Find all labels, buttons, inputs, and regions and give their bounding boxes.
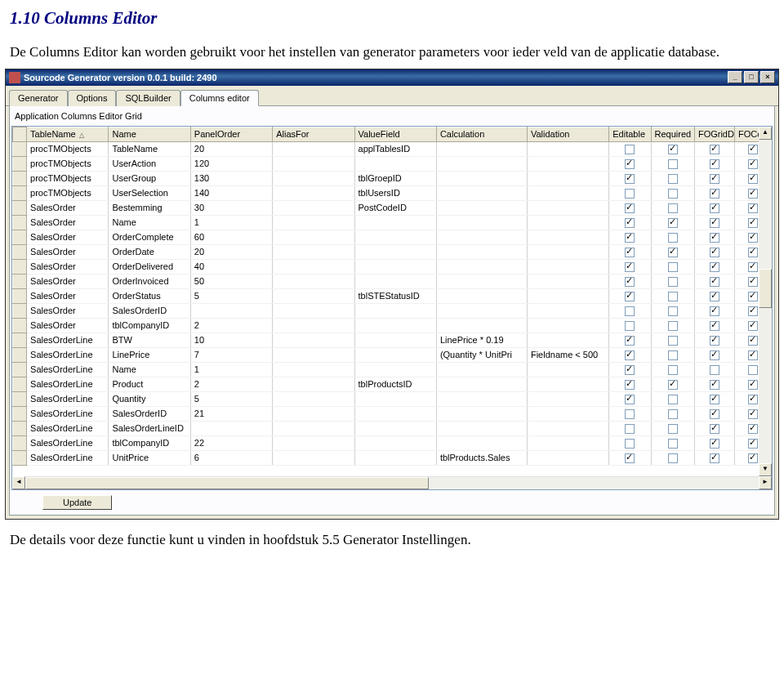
checkbox-required[interactable] bbox=[668, 424, 678, 434]
cell-editable[interactable] bbox=[609, 333, 651, 347]
table-row[interactable]: SalesOrderLineSalesOrderID21 bbox=[13, 406, 772, 421]
maximize-button[interactable]: □ bbox=[744, 71, 759, 83]
cell-required[interactable] bbox=[651, 318, 694, 333]
cell-name[interactable]: UserGroup bbox=[109, 171, 190, 185]
scroll-down-button[interactable]: ▼ bbox=[759, 463, 772, 476]
cell-fogrid[interactable] bbox=[694, 171, 734, 185]
column-header-panelorder[interactable]: PanelOrder bbox=[190, 127, 272, 141]
cell-table[interactable]: SalesOrderLine bbox=[27, 450, 109, 465]
cell-editable[interactable] bbox=[609, 347, 651, 362]
cell-name[interactable]: tblCompanyID bbox=[109, 318, 190, 333]
table-row[interactable]: SalesOrderLineLinePrice7(Quantity * Unit… bbox=[13, 347, 772, 362]
checkbox-foconta[interactable] bbox=[748, 145, 758, 154]
cell-valid[interactable] bbox=[527, 435, 608, 450]
cell-panel[interactable]: 60 bbox=[190, 230, 272, 244]
checkbox-foconta[interactable] bbox=[748, 218, 758, 228]
cell-panel[interactable]: 5 bbox=[190, 288, 272, 303]
row-indicator[interactable] bbox=[13, 318, 27, 333]
cell-editable[interactable] bbox=[609, 274, 651, 288]
cell-panel[interactable] bbox=[190, 303, 272, 318]
cell-table[interactable]: SalesOrderLine bbox=[27, 333, 109, 347]
cell-panel[interactable]: 7 bbox=[190, 347, 272, 362]
cell-table[interactable]: SalesOrderLine bbox=[27, 362, 109, 377]
checkbox-foconta[interactable] bbox=[748, 189, 758, 199]
checkbox-editable[interactable] bbox=[625, 453, 635, 463]
cell-fogrid[interactable] bbox=[694, 421, 734, 435]
checkbox-required[interactable] bbox=[668, 409, 678, 419]
cell-valuef[interactable] bbox=[354, 215, 436, 230]
cell-required[interactable] bbox=[651, 230, 694, 244]
checkbox-fogrid[interactable] bbox=[710, 321, 719, 331]
checkbox-editable[interactable] bbox=[625, 424, 635, 434]
cell-required[interactable] bbox=[651, 244, 694, 259]
column-header-editable[interactable]: Editable bbox=[609, 127, 651, 141]
cell-panel[interactable]: 50 bbox=[190, 274, 272, 288]
checkbox-foconta[interactable] bbox=[748, 262, 758, 272]
cell-panel[interactable]: 21 bbox=[190, 406, 272, 421]
cell-name[interactable]: UserAction bbox=[109, 156, 190, 171]
cell-panel[interactable]: 1 bbox=[190, 215, 272, 230]
checkbox-fogrid[interactable] bbox=[710, 336, 719, 346]
checkbox-fogrid[interactable] bbox=[710, 262, 719, 272]
cell-fogrid[interactable] bbox=[694, 347, 734, 362]
cell-required[interactable] bbox=[651, 215, 694, 230]
cell-valid[interactable] bbox=[527, 421, 608, 435]
checkbox-required[interactable] bbox=[668, 145, 678, 154]
table-row[interactable]: SalesOrderLineQuantity5 bbox=[13, 391, 772, 406]
checkbox-fogrid[interactable] bbox=[710, 350, 719, 360]
checkbox-foconta[interactable] bbox=[748, 174, 758, 184]
checkbox-fogrid[interactable] bbox=[710, 424, 719, 434]
row-indicator[interactable] bbox=[13, 259, 27, 274]
cell-valuef[interactable] bbox=[354, 391, 436, 406]
cell-name[interactable]: UnitPrice bbox=[109, 450, 190, 465]
cell-panel[interactable]: 40 bbox=[190, 259, 272, 274]
cell-name[interactable]: TableName bbox=[109, 141, 190, 156]
cell-calc[interactable] bbox=[436, 244, 527, 259]
checkbox-required[interactable] bbox=[668, 321, 678, 331]
table-row[interactable]: SalesOrderLineSalesOrderLineID bbox=[13, 421, 772, 435]
cell-valuef[interactable] bbox=[354, 244, 436, 259]
cell-table[interactable]: SalesOrderLine bbox=[27, 391, 109, 406]
cell-fogrid[interactable] bbox=[694, 274, 734, 288]
cell-required[interactable] bbox=[651, 200, 694, 215]
cell-alias[interactable] bbox=[273, 362, 354, 377]
table-row[interactable]: SalesOrderLineBTW10LinePrice * 0.19 bbox=[13, 333, 772, 347]
cell-fogrid[interactable] bbox=[694, 141, 734, 156]
row-indicator[interactable] bbox=[13, 333, 27, 347]
cell-required[interactable] bbox=[651, 362, 694, 377]
cell-name[interactable]: SalesOrderLineID bbox=[109, 421, 190, 435]
row-indicator[interactable] bbox=[13, 377, 27, 391]
scroll-left-button[interactable]: ◄ bbox=[12, 476, 25, 489]
checkbox-required[interactable] bbox=[668, 277, 678, 287]
column-header-required[interactable]: Required bbox=[651, 127, 694, 141]
cell-editable[interactable] bbox=[609, 362, 651, 377]
table-row[interactable]: SalesOrderName1 bbox=[13, 215, 772, 230]
table-row[interactable]: procTMObjectsTableName20applTablesID bbox=[13, 141, 772, 156]
cell-alias[interactable] bbox=[273, 259, 354, 274]
cell-table[interactable]: procTMObjects bbox=[27, 156, 109, 171]
cell-calc[interactable]: (Quantity * UnitPri bbox=[436, 347, 527, 362]
cell-name[interactable]: Name bbox=[109, 362, 190, 377]
cell-valuef[interactable] bbox=[354, 347, 436, 362]
cell-panel[interactable]: 120 bbox=[190, 156, 272, 171]
cell-alias[interactable] bbox=[273, 274, 354, 288]
checkbox-fogrid[interactable] bbox=[710, 189, 719, 199]
checkbox-foconta[interactable] bbox=[748, 439, 758, 449]
cell-required[interactable] bbox=[651, 435, 694, 450]
checkbox-foconta[interactable] bbox=[748, 453, 758, 463]
cell-panel[interactable]: 20 bbox=[190, 141, 272, 156]
minimize-button[interactable]: _ bbox=[728, 71, 742, 83]
cell-required[interactable] bbox=[651, 259, 694, 274]
checkbox-fogrid[interactable] bbox=[710, 248, 719, 257]
cell-required[interactable] bbox=[651, 450, 694, 465]
checkbox-editable[interactable] bbox=[625, 277, 635, 287]
scroll-up-button[interactable]: ▲ bbox=[759, 127, 772, 140]
checkbox-editable[interactable] bbox=[625, 439, 635, 449]
cell-calc[interactable] bbox=[436, 406, 527, 421]
cell-alias[interactable] bbox=[273, 156, 354, 171]
horizontal-scrollbar[interactable]: ◄ ► bbox=[12, 476, 772, 489]
cell-alias[interactable] bbox=[273, 347, 354, 362]
column-header-name[interactable]: Name bbox=[109, 127, 190, 141]
cell-table[interactable]: SalesOrder bbox=[27, 259, 109, 274]
cell-fogrid[interactable] bbox=[694, 333, 734, 347]
